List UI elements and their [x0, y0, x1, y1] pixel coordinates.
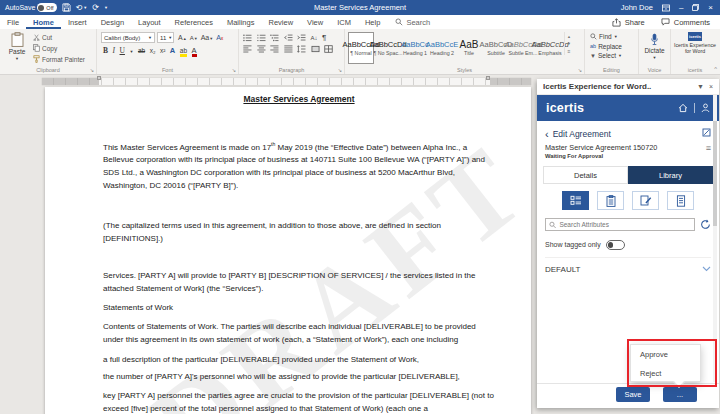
change-case-button[interactable]: Aa▼	[201, 34, 214, 41]
close-button[interactable]: ×	[708, 3, 713, 12]
styles-more-icon[interactable]: ≡	[568, 48, 571, 54]
refresh-icon[interactable]	[700, 219, 711, 230]
customize-qat-button[interactable]: ▼	[104, 6, 108, 10]
strikethrough-button[interactable]: ab	[138, 47, 145, 54]
align-left-button[interactable]	[243, 45, 252, 53]
dialog-launcher-icon[interactable]: ↘	[578, 67, 582, 73]
dialog-launcher-icon[interactable]: ↘	[232, 67, 236, 73]
account-name[interactable]: John Doe	[621, 3, 653, 12]
style-heading-1[interactable]: AaBbCcHeading 1	[402, 32, 428, 64]
dictate-icon[interactable]	[650, 33, 659, 46]
redo-button[interactable]: ⟳	[92, 4, 99, 12]
style-title[interactable]: AaBTitle	[456, 32, 482, 64]
user-icon[interactable]	[701, 103, 710, 113]
tab-mailings[interactable]: Mailings	[220, 15, 262, 29]
numbering-button[interactable]	[257, 34, 266, 42]
share-button[interactable]: Share	[612, 18, 645, 27]
style-emphasis[interactable]: AaBbCcDdEmphasis	[537, 32, 563, 64]
dialog-launcher-icon[interactable]: ↘	[90, 67, 94, 73]
search-attributes-input[interactable]	[559, 221, 691, 228]
clear-formatting-button[interactable]: Ax	[216, 34, 223, 41]
tab-file[interactable]: File	[0, 15, 26, 29]
task-pane-menu-icon[interactable]: ▼	[697, 83, 704, 90]
section-default-header[interactable]: DEFAULT	[545, 265, 711, 274]
bold-button[interactable]: B	[103, 46, 108, 55]
decrease-indent-button[interactable]	[284, 34, 293, 42]
replace-button[interactable]: ab Replace	[590, 43, 636, 50]
back-chevron-icon[interactable]: ‹	[545, 131, 549, 137]
font-family-select[interactable]: Calibri (Body)▼	[101, 32, 155, 43]
menu-item-reject[interactable]: Reject	[631, 364, 700, 383]
tab-icm[interactable]: ICM	[330, 15, 358, 29]
text-effects-button[interactable]: A	[170, 46, 175, 55]
justify-button[interactable]	[284, 45, 293, 53]
edit-template-button[interactable]	[632, 191, 659, 210]
scrollbar-thumb[interactable]	[713, 121, 717, 226]
cut-button[interactable]: Cut	[33, 34, 85, 41]
document-flag-icon[interactable]	[702, 128, 711, 137]
copy-button[interactable]: Copy	[33, 44, 85, 52]
show-tagged-toggle[interactable]	[606, 240, 625, 250]
tab-references[interactable]: References	[168, 15, 220, 29]
tab-view[interactable]: View	[300, 15, 330, 29]
increase-indent-button[interactable]	[297, 34, 306, 42]
tab-details[interactable]: Details	[543, 166, 628, 184]
shading-button[interactable]	[311, 45, 320, 53]
style-heading-2[interactable]: AaBbCcEHeading 2	[429, 32, 455, 64]
font-color-button[interactable]: A	[192, 47, 197, 57]
select-button[interactable]: ▼ Select▼	[590, 52, 636, 59]
task-pane-close-icon[interactable]: ×	[709, 83, 713, 90]
styles-scroll-up-icon[interactable]: ▲	[567, 34, 571, 39]
align-right-button[interactable]	[270, 45, 279, 53]
tab-layout[interactable]: Layout	[131, 15, 168, 29]
italic-button[interactable]: I	[113, 46, 116, 55]
minimize-button[interactable]: –	[679, 3, 683, 12]
tab-design[interactable]: Design	[94, 15, 131, 29]
align-center-button[interactable]	[257, 45, 266, 53]
save-button[interactable]	[62, 3, 71, 12]
find-button[interactable]: Find▼	[590, 33, 636, 40]
subscript-button[interactable]: x₂	[150, 47, 156, 54]
edit-agreement-link[interactable]: Edit Agreement	[553, 129, 611, 139]
more-actions-button[interactable]: ...	[663, 387, 697, 402]
comments-button[interactable]: Comments	[661, 18, 710, 27]
sort-button[interactable]: A↓	[311, 35, 318, 41]
shrink-font-button[interactable]: A▼	[190, 35, 198, 41]
bullets-button[interactable]	[243, 34, 252, 42]
show-formatting-marks-button[interactable]: ¶	[322, 33, 326, 42]
search-box[interactable]: Search	[395, 18, 430, 27]
collapse-ribbon-icon[interactable]: ^	[714, 66, 717, 72]
format-painter-button[interactable]: Format Painter	[33, 55, 85, 63]
dictate-label[interactable]: Dictate	[644, 47, 664, 54]
indent-marker[interactable]	[97, 76, 101, 80]
document-page[interactable]: DRAFT Master Services Agreement This Mas…	[45, 87, 531, 414]
tab-library[interactable]: Library	[628, 166, 713, 184]
panel-scrollbar[interactable]	[713, 95, 717, 382]
style-no-spacing[interactable]: AaBbCcDd¶ No Spac...	[375, 32, 401, 64]
font-size-select[interactable]: 11▼	[157, 32, 174, 43]
borders-button[interactable]	[324, 45, 333, 53]
search-attributes-field[interactable]	[545, 218, 695, 231]
tab-review[interactable]: Review	[261, 15, 300, 29]
tab-home[interactable]: Home	[26, 15, 61, 29]
grow-font-button[interactable]: A▲	[178, 34, 187, 41]
tab-insert[interactable]: Insert	[61, 15, 94, 29]
paste-button[interactable]: Paste ▼	[5, 32, 29, 64]
multilevel-list-button[interactable]	[270, 34, 279, 42]
undo-button[interactable]: ⟲▼	[76, 4, 88, 12]
save-agreement-button[interactable]: Save	[616, 387, 650, 402]
line-spacing-button[interactable]	[297, 45, 306, 53]
dialog-launcher-icon[interactable]: ↘	[338, 67, 342, 73]
indent-marker[interactable]	[486, 76, 490, 80]
superscript-button[interactable]: x²	[160, 47, 165, 54]
home-icon[interactable]	[678, 103, 688, 113]
attributes-view-button[interactable]	[562, 191, 589, 210]
ruler[interactable]	[42, 78, 531, 85]
autosave-toggle[interactable]: AutoSave Off	[5, 3, 57, 12]
restore-button[interactable]	[692, 4, 699, 11]
ribbon-display-options-icon[interactable]	[662, 4, 670, 12]
styles-scroll-down-icon[interactable]: ▼	[567, 41, 571, 46]
clauses-view-button[interactable]	[597, 191, 624, 210]
documents-view-button[interactable]	[667, 191, 694, 210]
text-highlight-button[interactable]: ab	[180, 47, 187, 57]
